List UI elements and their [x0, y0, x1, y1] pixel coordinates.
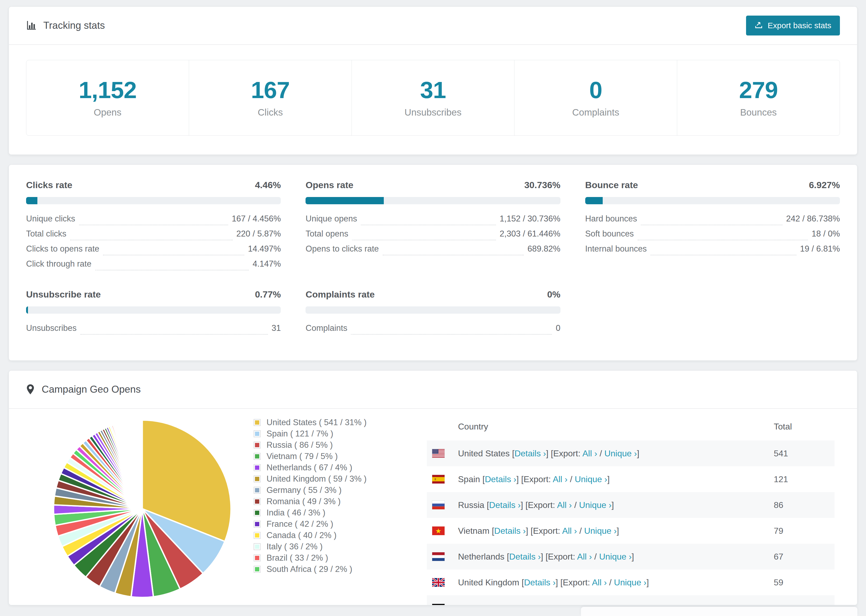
rate-rows: Unique clicks 167 / 4.456% Total clicks … — [26, 214, 281, 274]
country-cell: Vietnam [Details ›] [Export: All › / Uni… — [427, 526, 774, 536]
details-link[interactable]: Details › — [524, 578, 555, 587]
country-row: United States [Details ›] [Export: All ›… — [427, 440, 835, 466]
legend-item[interactable]: Netherlands ( 67 / 4% ) — [254, 462, 416, 473]
rate-metric-row: Unique opens 1,152 / 30.736% — [305, 214, 560, 229]
rate-metric-label: Soft bounces — [585, 229, 634, 239]
rate-metric-row: Click through rate 4.147% — [26, 259, 281, 274]
legend-item[interactable]: Russia ( 86 / 5% ) — [254, 439, 416, 451]
rate-metric-label: Click through rate — [26, 259, 91, 269]
country-total: 541 — [774, 449, 835, 459]
summary-stat-cell: 31 Unsubscribes — [351, 60, 514, 135]
country-name: Germany — [458, 603, 493, 605]
rate-metric-label: Opens to clicks rate — [305, 244, 379, 254]
rate-metric-row: Opens to clicks rate 689.82% — [305, 244, 560, 259]
summary-stat-label: Clicks — [189, 107, 351, 118]
legend-item[interactable]: Vietnam ( 79 / 5% ) — [254, 451, 416, 462]
legend-item[interactable]: South Africa ( 29 / 2% ) — [254, 564, 416, 575]
legend-item[interactable]: Canada ( 40 / 2% ) — [254, 530, 416, 541]
legend-swatch — [254, 453, 261, 460]
export-unique-link[interactable]: Unique › — [588, 603, 621, 605]
legend-item[interactable]: Italy ( 36 / 2% ) — [254, 541, 416, 552]
rate-head: Complaints rate 0% — [305, 289, 560, 300]
rate-metric-value: 31 — [272, 323, 281, 333]
summary-stat-label: Bounces — [677, 107, 840, 118]
export-unique-link[interactable]: Unique › — [599, 552, 632, 561]
rate-metric-row: Total clicks 220 / 5.87% — [26, 229, 281, 244]
rate-value: 0% — [547, 289, 561, 300]
country-row: Germany [Details ›] [Export: All › / Uni… — [427, 595, 835, 605]
country-total: 67 — [774, 552, 835, 562]
details-link[interactable]: Details › — [509, 552, 540, 561]
export-unique-link[interactable]: Unique › — [614, 578, 647, 587]
country-row: Russia [Details ›] [Export: All › / Uniq… — [427, 492, 835, 518]
legend-swatch — [254, 430, 261, 437]
dotted-leader — [79, 225, 228, 225]
legend-item[interactable]: Romania ( 49 / 3% ) — [254, 496, 416, 507]
page-title: Tracking stats — [43, 20, 105, 31]
export-unique-link[interactable]: Unique › — [575, 475, 607, 484]
dotted-leader — [650, 255, 796, 255]
rate-rows: Complaints 0 — [305, 323, 560, 338]
details-link[interactable]: Details › — [494, 526, 526, 536]
dotted-leader — [638, 240, 808, 240]
rate-metric-value: 1,152 / 30.736% — [500, 214, 561, 224]
rate-metric-value: 689.82% — [527, 244, 560, 254]
export-all-link[interactable]: All › — [562, 526, 577, 536]
export-all-link[interactable]: All › — [582, 449, 597, 458]
geo-table-header: Country Total — [427, 413, 835, 440]
legend-label: Brazil ( 33 / 2% ) — [266, 553, 328, 563]
export-basic-stats-button[interactable]: Export basic stats — [746, 16, 840, 36]
details-link[interactable]: Details › — [498, 603, 529, 605]
rate-progress-fill — [305, 197, 384, 204]
geo-body: United States ( 541 / 31% ) Spain ( 121 … — [9, 409, 857, 605]
export-all-link[interactable]: All › — [557, 500, 572, 510]
export-unique-link[interactable]: Unique › — [579, 500, 612, 510]
legend-swatch — [254, 509, 261, 516]
rate-metric-label: Clicks to opens rate — [26, 244, 99, 254]
export-all-link[interactable]: All › — [566, 603, 581, 605]
legend-label: France ( 42 / 2% ) — [266, 519, 333, 529]
legend-label: Romania ( 49 / 3% ) — [266, 497, 341, 506]
country-total: 59 — [774, 578, 835, 588]
legend-item[interactable]: India ( 46 / 3% ) — [254, 507, 416, 519]
legend-item[interactable]: United States ( 541 / 31% ) — [254, 417, 416, 428]
export-all-link[interactable]: All › — [592, 578, 607, 587]
legend-item[interactable]: France ( 42 / 2% ) — [254, 519, 416, 530]
rate-rows: Hard bounces 242 / 86.738% Soft bounces … — [585, 214, 840, 259]
rate-metric-value: 19 / 6.81% — [800, 244, 840, 254]
legend-item[interactable]: Brazil ( 33 / 2% ) — [254, 552, 416, 564]
details-link[interactable]: Details › — [515, 449, 546, 458]
rate-head: Bounce rate 6.927% — [585, 180, 840, 190]
dotted-leader — [361, 225, 496, 225]
rate-value: 30.736% — [524, 180, 560, 190]
export-all-link[interactable]: All › — [577, 552, 592, 561]
export-unique-link[interactable]: Unique › — [604, 449, 637, 458]
details-link[interactable]: Details › — [489, 500, 521, 510]
rate-progress-fill — [26, 197, 38, 204]
legend-item[interactable]: Spain ( 121 / 7% ) — [254, 428, 416, 439]
export-all-link[interactable]: All › — [553, 475, 567, 484]
tracking-stats-title: Tracking stats — [26, 20, 105, 31]
country-row: Netherlands [Details ›] [Export: All › /… — [427, 544, 835, 569]
country-name: United Kingdom — [458, 578, 519, 587]
country-links: [Details ›] [Export: All › / Unique ›] — [487, 500, 614, 510]
legend-label: Netherlands ( 67 / 4% ) — [266, 463, 352, 473]
rate-metric-label: Hard bounces — [585, 214, 637, 224]
legend-item[interactable]: United Kingdom ( 59 / 3% ) — [254, 473, 416, 485]
legend-item[interactable]: Germany ( 55 / 3% ) — [254, 485, 416, 496]
summary-stat-cell: 0 Complaints — [514, 60, 677, 135]
country-name: Spain — [458, 475, 480, 484]
rate-rows: Unique opens 1,152 / 30.736% Total opens… — [305, 214, 560, 259]
country-row: Spain [Details ›] [Export: All › / Uniqu… — [427, 466, 835, 492]
rate-progress-bar — [26, 306, 281, 314]
rate-head: Clicks rate 4.46% — [26, 180, 281, 190]
summary-stat-value: 279 — [677, 76, 840, 104]
rate-metric-value: 0 — [556, 323, 560, 333]
country-cell: United States [Details ›] [Export: All ›… — [427, 449, 774, 459]
rate-progress-bar — [585, 197, 840, 204]
export-unique-link[interactable]: Unique › — [584, 526, 617, 536]
rate-title: Unsubscribe rate — [26, 289, 101, 300]
country-cell: Spain [Details ›] [Export: All › / Uniqu… — [427, 475, 774, 484]
rate-metric-row: Hard bounces 242 / 86.738% — [585, 214, 840, 229]
details-link[interactable]: Details › — [485, 475, 516, 484]
